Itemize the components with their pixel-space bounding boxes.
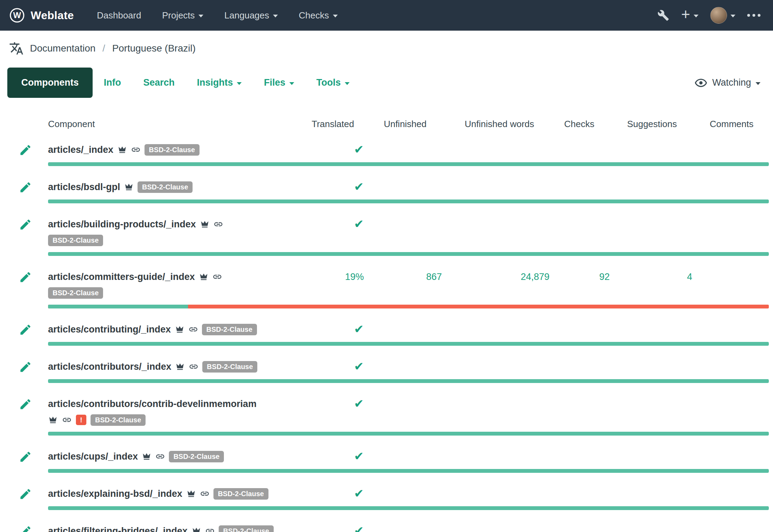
more-menu-button[interactable] xyxy=(747,14,760,17)
link-icon xyxy=(213,219,223,229)
table-row: articles/cups/_index BSD-2-Clause ✔ xyxy=(11,449,769,473)
tab-info[interactable]: Info xyxy=(93,68,132,98)
component-link[interactable]: articles/_index xyxy=(48,144,114,155)
component-link[interactable]: articles/bsdl-gpl xyxy=(48,182,120,193)
tab-search[interactable]: Search xyxy=(132,68,186,98)
translate-icon xyxy=(9,41,24,56)
nav-item-languages[interactable]: Languages xyxy=(214,0,288,31)
col-header-translated: Translated xyxy=(312,119,364,130)
edit-pencil-icon[interactable] xyxy=(19,181,32,194)
edit-pencil-icon[interactable] xyxy=(19,323,32,336)
progress-bar[interactable] xyxy=(48,252,769,256)
translated-cell: ✔ xyxy=(312,181,364,193)
table-row: articles/explaining-bsd/_index BSD-2-Cla… xyxy=(11,487,769,510)
chevron-down-icon xyxy=(333,15,338,17)
edit-pencil-icon[interactable] xyxy=(19,525,32,532)
component-link[interactable]: articles/contributors/_index xyxy=(48,361,171,372)
check-icon: ✔ xyxy=(354,143,364,156)
nav-item-checks[interactable]: Checks xyxy=(288,0,348,31)
component-link[interactable]: articles/committers-guide/_index xyxy=(48,272,195,282)
license-badge[interactable]: BSD-2-Clause xyxy=(202,361,257,373)
license-badge[interactable]: BSD-2-Clause xyxy=(213,488,268,500)
component-link[interactable]: articles/contributors/contrib-develinmem… xyxy=(48,399,257,409)
license-badge[interactable]: BSD-2-Clause xyxy=(219,525,274,532)
breadcrumb-language-link[interactable]: Portuguese (Brazil) xyxy=(112,43,196,54)
col-header-checks: Checks xyxy=(549,119,610,130)
edit-pencil-icon[interactable] xyxy=(19,398,32,411)
license-badge[interactable]: BSD-2-Clause xyxy=(169,451,224,462)
breadcrumb-project-link[interactable]: Documentation xyxy=(30,43,95,54)
progress-bar[interactable] xyxy=(48,432,769,436)
col-header-component: Component xyxy=(48,119,312,130)
weblate-logo-icon: W xyxy=(9,7,25,23)
checks-count[interactable]: 92 xyxy=(599,272,610,282)
alert-icon[interactable]: ! xyxy=(76,415,86,425)
col-header-suggestions: Suggestions xyxy=(610,119,692,130)
edit-pencil-icon[interactable] xyxy=(19,450,32,463)
link-icon xyxy=(155,452,165,461)
edit-pencil-icon[interactable] xyxy=(19,143,32,157)
chevron-down-icon xyxy=(237,82,242,85)
license-badge[interactable]: BSD-2-Clause xyxy=(91,414,146,426)
nav-item-dashboard[interactable]: Dashboard xyxy=(86,0,151,31)
table-header-row: Component Translated Unfinished Unfinish… xyxy=(11,119,769,130)
add-new-button[interactable]: + xyxy=(681,9,698,22)
license-badge[interactable]: BSD-2-Clause xyxy=(48,235,103,246)
weblate-logo-link[interactable]: W Weblate xyxy=(9,7,74,23)
user-menu-button[interactable] xyxy=(710,7,735,24)
avatar xyxy=(710,7,727,24)
component-link[interactable]: articles/building-products/_index xyxy=(48,219,196,230)
license-badge[interactable]: BSD-2-Clause xyxy=(145,144,200,156)
table-row: articles/filtering-bridges/_index BSD-2-… xyxy=(11,524,769,532)
unfinished-words-count[interactable]: 24,879 xyxy=(521,272,549,282)
component-link[interactable]: articles/filtering-bridges/_index xyxy=(48,526,188,532)
check-icon: ✔ xyxy=(354,180,364,193)
license-badge[interactable]: BSD-2-Clause xyxy=(138,181,193,193)
progress-bar[interactable] xyxy=(48,506,769,510)
license-badge[interactable]: BSD-2-Clause xyxy=(202,324,257,335)
watching-dropdown[interactable]: Watching xyxy=(694,76,760,89)
progress-bar[interactable] xyxy=(48,469,769,473)
chevron-down-icon xyxy=(694,15,698,17)
translated-percent[interactable]: 19% xyxy=(345,272,364,282)
crown-icon xyxy=(186,489,196,499)
component-link[interactable]: articles/explaining-bsd/_index xyxy=(48,488,182,499)
crown-icon xyxy=(48,415,58,425)
link-icon xyxy=(205,526,215,532)
component-link[interactable]: articles/contributing/_index xyxy=(48,324,171,335)
suggestions-count[interactable]: 4 xyxy=(687,272,692,282)
component-link[interactable]: articles/cups/_index xyxy=(48,451,138,462)
checks-cell: 92 xyxy=(549,272,610,282)
unfinished-cell: 867 xyxy=(364,272,442,282)
tab-files[interactable]: Files xyxy=(253,68,305,98)
check-icon: ✔ xyxy=(354,397,364,410)
svg-text:W: W xyxy=(13,10,21,20)
check-icon: ✔ xyxy=(354,449,364,463)
license-badge[interactable]: BSD-2-Clause xyxy=(48,287,103,299)
crown-icon xyxy=(199,272,209,282)
tab-components[interactable]: Components xyxy=(7,68,93,98)
edit-pencil-icon[interactable] xyxy=(19,271,32,284)
page-tabs: Components Info Search Insights Files To… xyxy=(0,68,773,98)
table-row: articles/contributors/_index BSD-2-Claus… xyxy=(11,360,769,383)
translated-cell: ✔ xyxy=(312,398,364,410)
nav-item-projects[interactable]: Projects xyxy=(151,0,214,31)
translated-cell: ✔ xyxy=(312,360,364,373)
progress-bar[interactable] xyxy=(48,200,769,203)
crown-icon xyxy=(117,145,127,155)
chevron-down-icon xyxy=(198,15,203,17)
table-row: articles/contributing/_index BSD-2-Claus… xyxy=(11,322,769,346)
edit-pencil-icon[interactable] xyxy=(19,218,32,231)
edit-pencil-icon[interactable] xyxy=(19,487,32,501)
progress-bar[interactable] xyxy=(48,342,769,346)
tab-insights[interactable]: Insights xyxy=(186,68,253,98)
progress-bar[interactable] xyxy=(48,305,769,308)
tab-tools[interactable]: Tools xyxy=(305,68,361,98)
progress-bar[interactable] xyxy=(48,162,769,166)
progress-bar[interactable] xyxy=(48,379,769,383)
edit-pencil-icon[interactable] xyxy=(19,360,32,374)
check-icon: ✔ xyxy=(354,360,364,373)
admin-wrench-button[interactable] xyxy=(657,9,669,21)
crown-icon xyxy=(142,452,151,461)
unfinished-count[interactable]: 867 xyxy=(426,272,442,282)
